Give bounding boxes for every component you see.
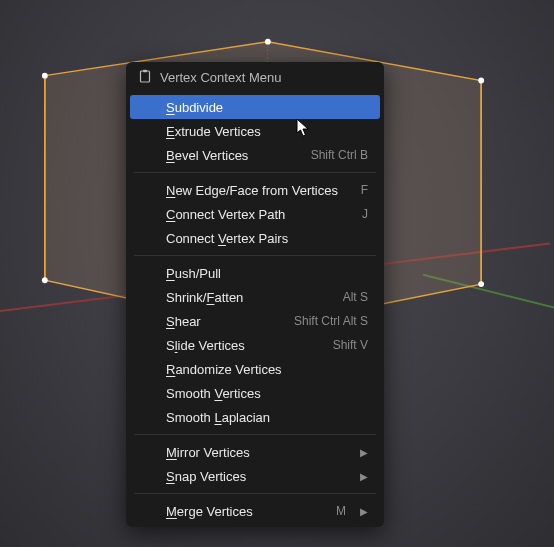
menu-separator [134,255,376,256]
svg-rect-11 [143,70,147,73]
menu-item-label: Slide Vertices [166,338,245,353]
svg-point-5 [265,39,271,45]
menu-item-push-pull[interactable]: Push/Pull [126,261,384,285]
svg-point-4 [42,73,48,79]
menu-separator [134,172,376,173]
menu-item-label: Mirror Vertices [166,445,250,460]
menu-item-label: Shrink/Fatten [166,290,243,305]
menu-item-extrude-vertices[interactable]: Extrude Vertices [126,119,384,143]
menu-shortcut: Shift V [333,338,368,352]
menu-item-subdivide[interactable]: Subdivide [130,95,380,119]
menu-item-shrink-fatten[interactable]: Shrink/FattenAlt S [126,285,384,309]
menu-item-bevel-vertices[interactable]: Bevel VerticesShift Ctrl B [126,143,384,167]
menu-separator [134,493,376,494]
menu-item-connect-vertex-path[interactable]: Connect Vertex PathJ [126,202,384,226]
menu-shortcut: Shift Ctrl Alt S [294,314,368,328]
menu-item-new-edge-face[interactable]: New Edge/Face from VerticesF [126,178,384,202]
menu-item-randomize-vertices[interactable]: Randomize Vertices [126,357,384,381]
svg-rect-10 [141,71,150,82]
menu-item-label: New Edge/Face from Vertices [166,183,338,198]
menu-item-label: Push/Pull [166,266,221,281]
menu-item-connect-vertex-pairs[interactable]: Connect Vertex Pairs [126,226,384,250]
menu-item-label: Randomize Vertices [166,362,282,377]
menu-item-label: Connect Vertex Path [166,207,285,222]
menu-item-label: Smooth Laplacian [166,410,270,425]
menu-shortcut: Alt S [343,290,368,304]
menu-item-slide-vertices[interactable]: Slide VerticesShift V [126,333,384,357]
menu-shortcut: Shift Ctrl B [311,148,368,162]
svg-point-7 [42,277,48,283]
menu-title: Vertex Context Menu [160,70,281,85]
menu-item-label: Snap Vertices [166,469,246,484]
menu-item-label: Subdivide [166,100,223,115]
menu-item-mirror-vertices[interactable]: Mirror Vertices▶ [126,440,384,464]
menu-item-smooth-laplacian[interactable]: Smooth Laplacian [126,405,384,429]
menu-item-label: Extrude Vertices [166,124,261,139]
menu-item-label: Bevel Vertices [166,148,248,163]
menu-item-label: Merge Vertices [166,504,253,519]
menu-title-row: Vertex Context Menu [126,62,384,95]
chevron-right-icon: ▶ [360,471,368,482]
menu-shortcut: F [361,183,368,197]
svg-point-6 [478,78,484,84]
menu-item-label: Connect Vertex Pairs [166,231,288,246]
clipboard-icon [138,69,152,86]
menu-shortcut: M [336,504,346,518]
menu-item-shear[interactable]: ShearShift Ctrl Alt S [126,309,384,333]
menu-item-snap-vertices[interactable]: Snap Vertices▶ [126,464,384,488]
menu-item-label: Smooth Vertices [166,386,261,401]
svg-point-8 [478,281,484,287]
menu-separator [134,434,376,435]
menu-shortcut: J [362,207,368,221]
vertex-context-menu[interactable]: Vertex Context Menu SubdivideExtrude Ver… [126,62,384,527]
chevron-right-icon: ▶ [360,447,368,458]
chevron-right-icon: ▶ [360,506,368,517]
menu-item-smooth-vertices[interactable]: Smooth Vertices [126,381,384,405]
menu-item-merge-vertices[interactable]: Merge VerticesM▶ [126,499,384,523]
menu-item-label: Shear [166,314,201,329]
axis-y-line [423,274,554,324]
